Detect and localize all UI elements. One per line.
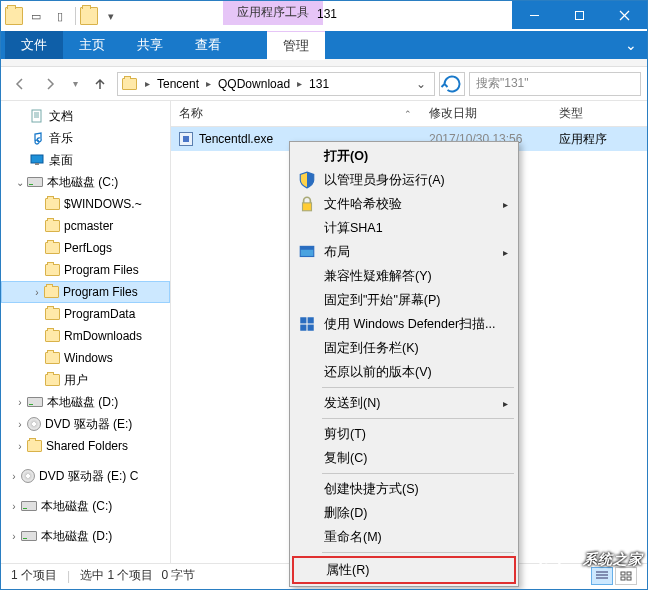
chevron-right-icon[interactable]: ▸ [294,78,305,89]
drive-icon [21,531,37,541]
svg-rect-4 [32,110,41,122]
tree-label: Windows [64,351,113,365]
menu-cut[interactable]: 剪切(T) [292,422,516,446]
column-label: 名称 [179,105,203,122]
menu-run-admin[interactable]: 以管理员身份运行(A) [292,168,516,192]
navigation-tree[interactable]: 文档 音乐 桌面 ⌄本地磁盘 (C:) $WINDOWS.~ pcmaster … [1,101,171,563]
breadcrumb-dropdown[interactable]: ⌄ [410,77,432,91]
column-name[interactable]: 名称⌃ [171,101,421,126]
menu-compat[interactable]: 兼容性疑难解答(Y) [292,264,516,288]
tree-folder[interactable]: 用户 [1,369,170,391]
status-size: 0 字节 [161,567,195,584]
tree-folder[interactable]: ProgramData [1,303,170,325]
breadcrumb[interactable]: ▸ Tencent ▸ QQDownload ▸ 131 ⌄ [117,72,435,96]
tree-shared[interactable]: ›Shared Folders [1,435,170,457]
svg-rect-20 [300,317,306,323]
expand-icon[interactable]: › [13,397,27,408]
menu-pin-start[interactable]: 固定到"开始"屏幕(P) [292,288,516,312]
menu-copy[interactable]: 复制(C) [292,446,516,470]
tab-share[interactable]: 共享 [121,31,179,59]
menu-properties[interactable]: 属性(R) [294,558,514,582]
expand-icon[interactable]: › [13,419,27,430]
context-menu: 打开(O) 以管理员身份运行(A) 文件哈希校验▸ 计算SHA1 布局▸ 兼容性… [289,141,519,587]
tree-folder[interactable]: pcmaster [1,215,170,237]
menu-defender[interactable]: 使用 Windows Defender扫描... [292,312,516,336]
ribbon-collapsed-strip [1,59,647,67]
view-icons-button[interactable] [615,567,637,585]
tab-file[interactable]: 文件 [5,31,63,59]
tree-desktop[interactable]: 桌面 [1,149,170,171]
nav-recent-button[interactable]: ▾ [67,71,83,97]
tree-folder[interactable]: $WINDOWS.~ [1,193,170,215]
svg-rect-16 [627,577,631,580]
chevron-right-icon[interactable]: ▸ [203,78,214,89]
view-details-button[interactable] [591,567,613,585]
tree-music[interactable]: 音乐 [1,127,170,149]
tree-dvd-2[interactable]: ›DVD 驱动器 (E:) C [1,465,170,487]
tree-drive-d-2[interactable]: ›本地磁盘 (D:) [1,525,170,547]
menu-label: 发送到(N) [324,395,380,412]
status-items: 1 个项目 [11,567,57,584]
minimize-button[interactable] [512,1,557,29]
column-date[interactable]: 修改日期 [421,101,551,126]
qat-btn-2[interactable]: ▯ [49,5,71,27]
tree-drive-c[interactable]: ⌄本地磁盘 (C:) [1,171,170,193]
column-type[interactable]: 类型 [551,101,641,126]
crumb-0[interactable]: Tencent [153,77,203,91]
menu-sendto[interactable]: 发送到(N)▸ [292,391,516,415]
tree-drive-d[interactable]: ›本地磁盘 (D:) [1,391,170,413]
menu-layout[interactable]: 布局▸ [292,240,516,264]
tree-label: $WINDOWS.~ [64,197,142,211]
ribbon-help-icon[interactable]: ⌄ [615,37,647,53]
tree-drive-c-2[interactable]: ›本地磁盘 (C:) [1,495,170,517]
close-button[interactable] [602,1,647,29]
expand-icon[interactable]: › [30,287,44,298]
chevron-right-icon[interactable]: ▸ [142,78,153,89]
document-icon [29,108,45,124]
tree-dvd[interactable]: ›DVD 驱动器 (E:) [1,413,170,435]
folder-icon [45,308,60,320]
menu-label: 布局 [324,244,350,261]
tab-manage[interactable]: 管理 [267,31,325,60]
nav-back-button[interactable] [7,71,33,97]
expand-icon[interactable]: › [7,501,21,512]
folder-icon [80,7,98,25]
column-headers: 名称⌃ 修改日期 类型 [171,101,647,127]
collapse-icon[interactable]: ⌄ [13,177,27,188]
menu-open[interactable]: 打开(O) [292,144,516,168]
expand-icon[interactable]: › [7,471,21,482]
menu-rename[interactable]: 重命名(M) [292,525,516,549]
tree-folder[interactable]: Windows [1,347,170,369]
menu-sha1[interactable]: 计算SHA1 [292,216,516,240]
menu-shortcut[interactable]: 创建快捷方式(S) [292,477,516,501]
menu-pin-taskbar[interactable]: 固定到任务栏(K) [292,336,516,360]
qat-dropdown[interactable]: ▾ [100,5,122,27]
expand-icon[interactable]: › [7,531,21,542]
menu-label: 使用 Windows Defender扫描... [324,316,496,333]
crumb-1[interactable]: QQDownload [214,77,294,91]
tree-documents[interactable]: 文档 [1,105,170,127]
menu-delete[interactable]: 删除(D) [292,501,516,525]
crumb-2[interactable]: 131 [305,77,333,91]
app-icon[interactable] [5,7,23,25]
tree-folder[interactable]: PerfLogs [1,237,170,259]
menu-hash[interactable]: 文件哈希校验▸ [292,192,516,216]
tab-view[interactable]: 查看 [179,31,237,59]
tree-folder-selected[interactable]: ›Program Files [1,281,170,303]
nav-up-button[interactable] [87,71,113,97]
tree-folder[interactable]: RmDownloads [1,325,170,347]
window-controls [512,1,647,29]
maximize-button[interactable] [557,1,602,29]
tree-label: 本地磁盘 (C:) [41,498,112,515]
expand-icon[interactable]: › [13,441,27,452]
submenu-arrow-icon: ▸ [503,398,508,409]
refresh-button[interactable] [439,72,465,96]
search-input[interactable]: 搜索"131" [469,72,641,96]
tree-label: 本地磁盘 (C:) [47,174,118,191]
tree-folder[interactable]: Program Files [1,259,170,281]
svg-rect-17 [303,203,312,211]
menu-restore[interactable]: 还原以前的版本(V) [292,360,516,384]
qat-btn-1[interactable]: ▭ [25,5,47,27]
tab-home[interactable]: 主页 [63,31,121,59]
nav-forward-button[interactable] [37,71,63,97]
